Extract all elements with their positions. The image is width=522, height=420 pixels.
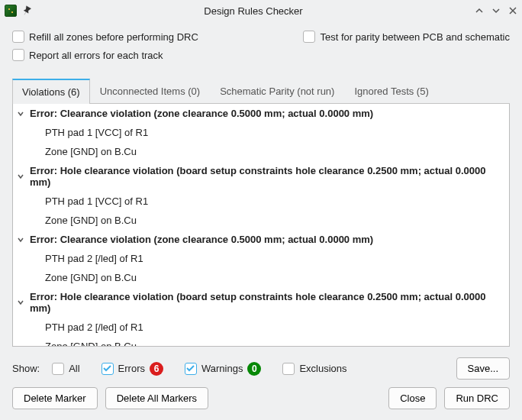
button-label: Delete All Markers <box>117 393 197 404</box>
violation-detail[interactable]: Zone [GND] on B.Cu <box>13 337 509 347</box>
tab-label: Unconnected Items (0) <box>100 86 201 97</box>
violation-item[interactable]: Error: Hole clearance violation (board s… <box>13 161 509 230</box>
violation-detail[interactable]: PTH pad 2 [/led] of R1 <box>13 249 509 268</box>
tab-violations[interactable]: Violations (6) <box>12 79 90 104</box>
violation-title: Error: Clearance violation (zone clearan… <box>30 108 373 119</box>
filter-exclusions-label: Exclusions <box>299 363 346 374</box>
violation-detail[interactable]: Zone [GND] on B.Cu <box>13 268 509 287</box>
minimize-icon[interactable] <box>475 6 484 15</box>
violation-header[interactable]: Error: Clearance violation (zone clearan… <box>13 230 509 249</box>
chevron-down-icon <box>16 235 25 244</box>
checkbox-icon <box>185 363 197 375</box>
tab-bar: Violations (6) Unconnected Items (0) Sch… <box>12 78 510 104</box>
checkbox-icon <box>303 31 315 43</box>
violation-title: Error: Hole clearance violation (board s… <box>30 165 506 188</box>
violation-header[interactable]: Error: Hole clearance violation (board s… <box>13 287 509 318</box>
filter-all[interactable]: All <box>52 363 79 375</box>
warnings-count-badge: 0 <box>247 362 261 376</box>
report-all-label: Report all errors for each track <box>29 50 163 61</box>
parity-label: Test for parity between PCB and schemati… <box>320 31 510 43</box>
delete-all-markers-button[interactable]: Delete All Markers <box>105 387 208 409</box>
violation-item[interactable]: Error: Hole clearance violation (board s… <box>13 287 509 347</box>
tab-label: Violations (6) <box>22 86 80 98</box>
button-label: Run DRC <box>456 393 498 404</box>
violation-detail[interactable]: PTH pad 2 [/led] of R1 <box>13 318 509 337</box>
violation-header[interactable]: Error: Clearance violation (zone clearan… <box>13 104 509 123</box>
violation-detail[interactable]: Zone [GND] on B.Cu <box>13 211 509 230</box>
close-icon[interactable] <box>508 6 517 15</box>
violation-header[interactable]: Error: Hole clearance violation (board s… <box>13 161 509 192</box>
errors-count-badge: 6 <box>150 362 163 376</box>
refill-zones-label: Refill all zones before performing DRC <box>29 31 198 43</box>
tab-ignored-tests[interactable]: Ignored Tests (5) <box>344 79 438 104</box>
button-label: Close <box>400 393 425 404</box>
button-label: Delete Marker <box>24 393 86 404</box>
checkbox-icon <box>12 31 24 43</box>
run-drc-button[interactable]: Run DRC <box>444 387 510 409</box>
filter-errors[interactable]: Errors 6 <box>102 362 163 376</box>
close-button[interactable]: Close <box>388 387 437 409</box>
violation-detail[interactable]: PTH pad 1 [VCC] of R1 <box>13 123 509 142</box>
filter-errors-label: Errors <box>118 363 145 374</box>
button-label: Save... <box>468 363 498 374</box>
violation-title: Error: Hole clearance violation (board s… <box>30 291 506 314</box>
tab-schematic-parity[interactable]: Schematic Parity (not run) <box>210 79 344 104</box>
violation-detail[interactable]: Zone [GND] on B.Cu <box>13 142 509 161</box>
chevron-down-icon <box>16 172 25 181</box>
violations-list[interactable]: Error: Clearance violation (zone clearan… <box>12 104 510 347</box>
filter-exclusions[interactable]: Exclusions <box>282 363 346 375</box>
checkbox-icon <box>12 49 24 61</box>
violation-item[interactable]: Error: Clearance violation (zone clearan… <box>13 230 509 287</box>
dialog-buttons: Delete Marker Delete All Markers Close R… <box>0 387 522 420</box>
parity-checkbox[interactable]: Test for parity between PCB and schemati… <box>303 31 510 43</box>
save-button[interactable]: Save... <box>456 357 510 380</box>
tab-label: Ignored Tests (5) <box>354 86 428 97</box>
filter-row: Show: All Errors 6 Warnings 0 Exclusions… <box>12 357 510 380</box>
pin-icon[interactable] <box>21 5 32 16</box>
report-all-checkbox[interactable]: Report all errors for each track <box>12 49 163 61</box>
tab-label: Schematic Parity (not run) <box>220 86 334 97</box>
window-title: Design Rules Checker <box>32 5 475 17</box>
violation-detail[interactable]: PTH pad 1 [VCC] of R1 <box>13 192 509 211</box>
checkbox-icon <box>52 363 64 375</box>
refill-zones-checkbox[interactable]: Refill all zones before performing DRC <box>12 31 198 43</box>
checkbox-icon <box>282 363 295 375</box>
delete-marker-button[interactable]: Delete Marker <box>12 387 98 409</box>
app-icon <box>5 5 17 17</box>
chevron-down-icon <box>16 109 25 118</box>
filter-warnings[interactable]: Warnings 0 <box>185 362 261 376</box>
violation-title: Error: Clearance violation (zone clearan… <box>30 234 373 245</box>
violation-item[interactable]: Error: Clearance violation (zone clearan… <box>13 104 509 161</box>
maximize-icon[interactable] <box>491 6 501 15</box>
chevron-down-icon <box>16 298 25 307</box>
filter-all-label: All <box>69 363 79 374</box>
checkbox-icon <box>102 363 114 375</box>
titlebar: Design Rules Checker <box>0 0 522 21</box>
tab-unconnected[interactable]: Unconnected Items (0) <box>90 79 211 104</box>
show-label: Show: <box>12 363 40 374</box>
filter-warnings-label: Warnings <box>201 363 243 374</box>
